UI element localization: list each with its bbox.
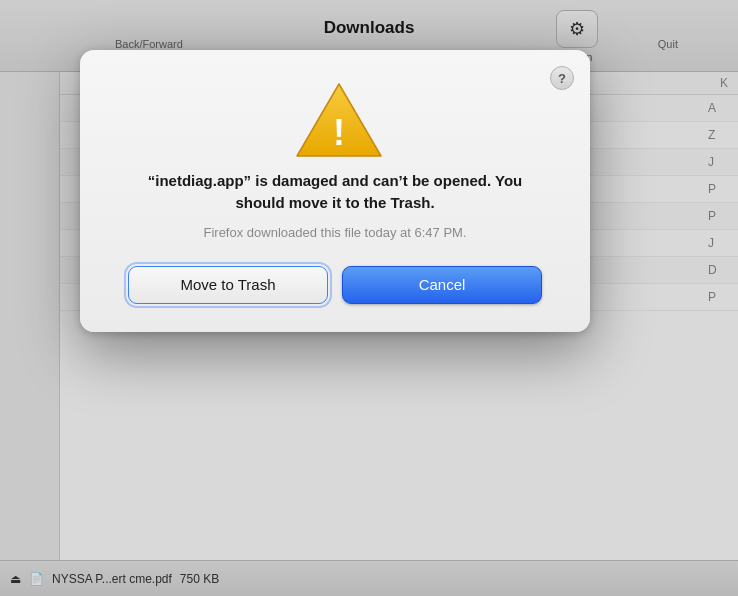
warning-triangle-svg: ! xyxy=(295,80,383,160)
cancel-button[interactable]: Cancel xyxy=(342,266,542,304)
move-to-trash-button[interactable]: Move to Trash xyxy=(128,266,328,304)
alert-dialog: ? ! “inetdiag.app” is damaged and can’t … xyxy=(80,50,590,332)
help-icon: ? xyxy=(558,71,566,86)
help-button[interactable]: ? xyxy=(550,66,574,90)
dialog-subtitle: Firefox downloaded this file today at 6:… xyxy=(203,224,466,242)
svg-text:!: ! xyxy=(333,112,345,153)
dialog-title: “inetdiag.app” is damaged and can’t be o… xyxy=(145,170,525,214)
warning-icon: ! xyxy=(295,80,375,152)
dialog-buttons: Move to Trash Cancel xyxy=(112,266,558,304)
